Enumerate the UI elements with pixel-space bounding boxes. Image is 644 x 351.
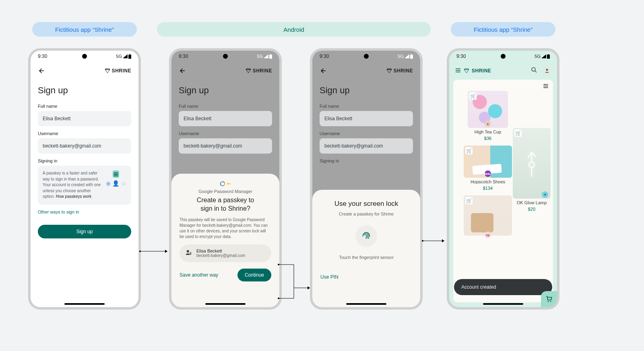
status-bar: 9:30 5G — [312, 51, 420, 62]
username-field[interactable]: beckett-bakery@gmail.com — [38, 138, 131, 154]
passkey-illustration: ⊞ ◉ 👤 ☺ — [106, 170, 126, 187]
add-to-cart-icon[interactable]: 🛒 — [514, 129, 522, 137]
label-full-name: Full name — [320, 104, 413, 109]
cart-fab[interactable] — [541, 291, 557, 307]
cellular-signal-icon — [541, 54, 546, 58]
status-time: 9:30 — [456, 53, 466, 59]
svg-point-17 — [546, 86, 547, 87]
tune-icon[interactable] — [543, 83, 549, 90]
flow-arrow-icon — [422, 238, 448, 244]
screen-lock-sheet: Use your screen lock Create a passkey fo… — [312, 190, 420, 307]
fingerprint-small-icon: ◉ — [106, 180, 111, 187]
diamond-icon — [386, 68, 392, 74]
product-name: Hopscotch Shoes — [471, 179, 505, 184]
face-icon: ☺ — [121, 180, 126, 187]
camera-cutout — [501, 54, 506, 59]
page-title: Sign up — [179, 85, 272, 96]
svg-point-15 — [546, 69, 548, 71]
passkey-info-card: A passkey is a faster and safer way to s… — [38, 166, 131, 205]
cellular-signal-icon — [405, 54, 409, 58]
key-icon — [227, 181, 231, 186]
status-bar: 9:30 5G — [449, 51, 557, 62]
svg-point-18 — [545, 87, 546, 88]
product-name: High Tea Cup — [475, 129, 501, 134]
svg-point-20 — [550, 301, 551, 302]
svg-rect-12 — [547, 55, 550, 59]
gesture-bar — [483, 303, 523, 305]
camera-cutout — [364, 54, 369, 59]
svg-rect-11 — [411, 54, 412, 55]
account-pill[interactable]: Elisa Beckett beckett-bakery@gmail.com — [180, 244, 271, 262]
product-card[interactable]: 🛒 MAL Hopscotch Shoes $134 — [464, 146, 512, 191]
camera-cutout — [223, 54, 228, 59]
fingerprint-hint: Touch the fingerprint sensor — [320, 255, 412, 260]
flow-arrow-icon — [278, 264, 314, 300]
gesture-bar — [64, 303, 105, 305]
status-bar: 9:30 5G — [31, 51, 138, 62]
how-passkeys-work-link[interactable]: How passkeys work — [56, 194, 91, 199]
product-card[interactable]: 🛒 ✦ OK Glow Lamp $20 — [513, 128, 551, 211]
battery-icon — [410, 54, 413, 59]
svg-rect-7 — [230, 184, 231, 185]
svg-rect-0 — [128, 55, 131, 59]
cellular-signal-icon — [264, 54, 268, 58]
signup-button[interactable]: Sign up — [38, 225, 131, 238]
passkey-bottom-sheet: Google Password Manager Create a passkey… — [171, 174, 279, 307]
sheet-description: This passkey will be saved to Google Pas… — [180, 217, 271, 240]
label-pill-shrine-right: Fictitious app “Shrine” — [451, 22, 555, 37]
product-card[interactable]: 🛒 6 High Tea Cup $36 — [468, 91, 508, 141]
continue-button[interactable]: Continue — [237, 269, 271, 281]
add-to-cart-icon[interactable]: 🛒 — [465, 197, 473, 204]
passkey-person-icon — [185, 249, 192, 258]
svg-point-16 — [544, 84, 545, 85]
account-avatar[interactable] — [543, 66, 551, 75]
status-network-label: 5G — [398, 54, 404, 59]
cellular-signal-icon — [123, 54, 128, 58]
svg-point-5 — [227, 183, 229, 185]
silhouette-icon: 👤 — [112, 180, 119, 187]
label-username: Username — [38, 131, 131, 136]
label-full-name: Full name — [38, 104, 131, 109]
add-to-cart-icon[interactable]: 🛒 — [465, 147, 473, 154]
search-icon[interactable] — [530, 66, 538, 75]
shrine-brand: SHRINE — [246, 68, 272, 74]
menu-icon[interactable] — [455, 67, 461, 75]
back-icon[interactable] — [179, 67, 186, 74]
svg-point-9 — [190, 252, 191, 253]
label-username: Username — [179, 131, 272, 136]
svg-point-8 — [187, 250, 189, 252]
svg-point-19 — [548, 301, 549, 302]
gesture-bar — [346, 303, 386, 305]
shrine-brand-label: SHRINE — [472, 68, 491, 74]
shrine-brand: SHRINE — [105, 68, 131, 74]
brand-badge-icon: MAL — [485, 170, 491, 177]
status-network-label: 5G — [116, 54, 122, 59]
back-icon[interactable] — [38, 67, 45, 74]
full-name-field[interactable]: Elisa Beckett — [38, 111, 131, 126]
brand-badge-icon: 6 — [485, 121, 491, 127]
sheet-title: Create a passkey to sign in to Shrine? — [192, 196, 259, 213]
use-pin-button[interactable]: Use PIN — [320, 274, 412, 280]
product-name: OK Glow Lamp — [517, 200, 547, 205]
status-network-label: 5G — [535, 54, 541, 59]
fingerprint-sensor[interactable] — [355, 225, 377, 247]
svg-rect-2 — [269, 55, 272, 59]
flow-arrow-icon — [139, 248, 171, 254]
status-time: 9:30 — [38, 53, 47, 59]
page-title: Sign up — [38, 85, 131, 96]
svg-point-14 — [532, 68, 535, 71]
battery-icon — [128, 54, 131, 59]
product-price: $134 — [483, 186, 493, 191]
product-canvas: 🛒 6 High Tea Cup $36 🛒 MAL Hopscotch Sho… — [453, 80, 553, 302]
status-time: 9:30 — [179, 53, 188, 59]
save-another-way-button[interactable]: Save another way — [180, 272, 218, 278]
grid-icon: ⊞ — [113, 170, 119, 178]
other-sign-in-link[interactable]: Other ways to sign in — [38, 209, 79, 214]
product-card[interactable]: 🛒 sp — [464, 195, 512, 236]
svg-rect-3 — [270, 54, 271, 55]
brand-badge-icon: ✦ — [542, 191, 548, 198]
label-signing-in: Signing in — [320, 158, 413, 163]
back-icon[interactable] — [320, 67, 327, 74]
add-to-cart-icon[interactable]: 🛒 — [469, 92, 477, 100]
label-pill-shrine-left: Fictitious app “Shrine” — [32, 22, 137, 37]
